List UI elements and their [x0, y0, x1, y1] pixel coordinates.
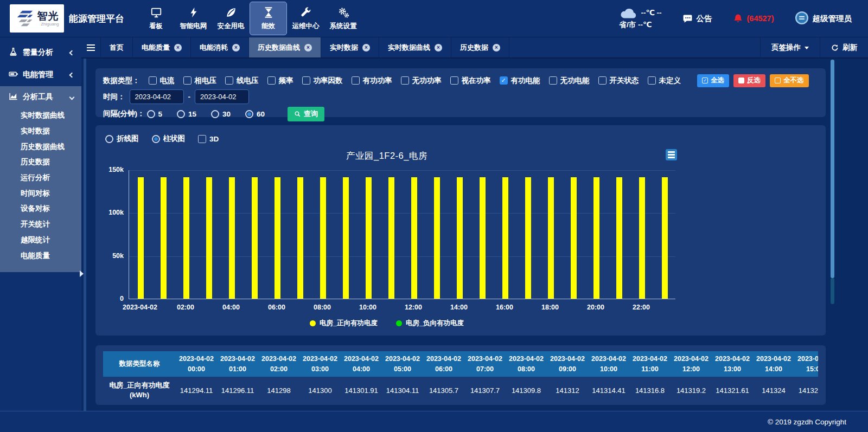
- chat-bubble-icon: [682, 14, 693, 24]
- table-header-cell: 2023-04-0205:00: [382, 354, 423, 373]
- sidebar-item-time-benchmark[interactable]: 时间对标: [0, 185, 81, 201]
- x-tick-label: 10:00: [359, 304, 376, 311]
- date-separator: -: [188, 93, 191, 101]
- nav-item-kanban[interactable]: 看板: [137, 2, 175, 35]
- table-cell: 141301.91: [341, 386, 382, 395]
- table-cell: 141316.8: [629, 386, 671, 395]
- interval-radio-60[interactable]: 60: [245, 110, 265, 118]
- datatype-checkbox-apparent-power[interactable]: 视在功率: [450, 76, 491, 86]
- datatype-checkbox-active-power[interactable]: 有功功率: [352, 76, 392, 86]
- sidebar-group-label: 电能管理: [23, 70, 53, 80]
- header-date: 2023-04-02: [423, 354, 464, 364]
- radio-icon: [105, 135, 113, 143]
- datatype-checkbox-frequency[interactable]: 频率: [267, 76, 293, 86]
- close-icon[interactable]: ×: [493, 44, 500, 51]
- scrollbar-thumb[interactable]: [831, 60, 834, 278]
- tabs: 首页电能质量×电能消耗×历史数据曲线×实时数据×实时数据曲线×历史数据×: [101, 37, 509, 57]
- interval-radio-5[interactable]: 5: [147, 110, 163, 118]
- date-to-input[interactable]: [195, 89, 249, 104]
- close-icon[interactable]: ×: [362, 44, 370, 51]
- interval-radio-30[interactable]: 30: [211, 110, 231, 118]
- close-icon[interactable]: ×: [435, 44, 442, 51]
- nav-item-ops-center[interactable]: 运维中心: [287, 2, 324, 35]
- sidebar-item-realtime-curve[interactable]: 实时数据曲线: [0, 108, 81, 124]
- close-icon[interactable]: ×: [174, 44, 182, 51]
- header-time: 14:00: [753, 364, 794, 374]
- chart-menu-icon[interactable]: [666, 149, 677, 160]
- sidebar-group-energy-management[interactable]: 电能管理: [0, 64, 81, 86]
- scrollbar-track-end: [831, 278, 834, 304]
- close-icon[interactable]: ×: [304, 44, 312, 51]
- checkbox-label: 频率: [279, 76, 293, 86]
- query-button[interactable]: 查询: [288, 107, 324, 121]
- tab-history-data[interactable]: 历史数据×: [451, 37, 509, 57]
- sidebar-item-device-benchmark[interactable]: 设备对标: [0, 201, 81, 217]
- header-date: 2023-04-02: [464, 354, 506, 364]
- sidebar-collapse-handle[interactable]: [80, 270, 84, 277]
- leaf-icon: [225, 7, 237, 18]
- datatype-checkbox-reactive-energy[interactable]: 无功电能: [549, 76, 590, 86]
- tab-operations-dropdown[interactable]: 页签操作: [760, 37, 820, 57]
- datatype-checkbox-undefined[interactable]: 未定义: [648, 76, 681, 86]
- bar-电房_正向有功电度-08:00: [320, 177, 326, 299]
- hourglass-icon: [263, 7, 275, 18]
- row-unit: (kWh): [103, 390, 176, 400]
- sidebar-item-power-quality[interactable]: 电能质量: [0, 248, 81, 263]
- checkbox-icon: [598, 76, 607, 85]
- chart-mode-3d-mode[interactable]: 3D: [198, 135, 219, 143]
- datatype-checkbox-active-energy[interactable]: ✓有功电能: [500, 76, 540, 86]
- checkbox-label: 电流: [160, 76, 175, 86]
- user-menu[interactable]: 超级管理员: [795, 11, 852, 27]
- close-icon[interactable]: ×: [232, 44, 240, 51]
- sidebar-item-history-curve[interactable]: 历史数据曲线: [0, 139, 81, 154]
- tab-realtime-data[interactable]: 实时数据×: [321, 37, 379, 57]
- notice-label: 公告: [697, 14, 712, 24]
- datatype-checkbox-reactive-power[interactable]: 无功功率: [401, 76, 442, 86]
- refresh-button[interactable]: 刷新: [820, 37, 868, 57]
- sidebar-group-analysis-tools[interactable]: 分析工具: [0, 86, 81, 108]
- datatype-label: 数据类型：: [103, 76, 140, 86]
- date-from-input[interactable]: [130, 89, 184, 104]
- y-tick-label: 150k: [95, 166, 124, 173]
- table-cell: 141294.11: [176, 386, 217, 395]
- sidebar-item-limit-stats[interactable]: 越限统计: [0, 233, 81, 248]
- tab-realtime-curve[interactable]: 实时数据曲线×: [379, 37, 451, 57]
- chart-mode-bar-mode[interactable]: 柱状图: [152, 134, 186, 144]
- alerts-button[interactable]: (64527): [733, 14, 774, 24]
- empty-box-icon: [775, 78, 781, 83]
- nav-item-energy-efficiency[interactable]: 能效: [250, 2, 287, 35]
- sidebar-item-realtime-data[interactable]: 实时数据: [0, 124, 81, 139]
- sidebar-item-operation-analysis[interactable]: 运行分析: [0, 170, 81, 186]
- datatype-checkbox-phase-voltage[interactable]: 相电压: [183, 76, 217, 86]
- datatype-checkbox-current[interactable]: 电流: [149, 76, 175, 86]
- datatype-checkbox-switch-status[interactable]: 开关状态: [598, 76, 639, 86]
- chart-mode-line-mode[interactable]: 折线图: [105, 134, 139, 144]
- notice-button[interactable]: 公告: [682, 14, 712, 24]
- datatype-checkbox-line-voltage[interactable]: 线电压: [225, 76, 259, 86]
- tab-energy-consumption[interactable]: 电能消耗×: [191, 37, 249, 57]
- legend-item[interactable]: 电房_正向有功电度: [310, 319, 378, 328]
- sidebar-group-demand-analysis[interactable]: 需量分析: [0, 42, 81, 63]
- nav-item-safe-power[interactable]: 安全用电: [212, 2, 250, 35]
- datatype-checkbox-power-factor[interactable]: 功率因数: [302, 76, 343, 86]
- tab-history-curve[interactable]: 历史数据曲线×: [249, 37, 321, 57]
- invert-selection-button[interactable]: 反选: [733, 74, 765, 87]
- tab-power-quality[interactable]: 电能质量×: [133, 37, 191, 57]
- tab-label: 电能消耗: [200, 43, 228, 53]
- select-all-button[interactable]: ✓全选: [697, 74, 729, 87]
- radio-icon: [245, 110, 253, 118]
- tab-home[interactable]: 首页: [101, 37, 133, 57]
- sidebar-item-history-data[interactable]: 历史数据: [0, 154, 81, 170]
- nav-item-smart-grid[interactable]: 智能电网: [175, 2, 212, 35]
- checkbox-icon: [267, 76, 276, 85]
- radio-label: 15: [188, 110, 196, 118]
- nav-item-system-settings[interactable]: 系统设置: [324, 2, 362, 35]
- x-tick-label: 20:00: [587, 304, 604, 311]
- legend-item[interactable]: 电房_负向有功电度: [396, 319, 464, 328]
- sidebar-item-switch-stats[interactable]: 开关统计: [0, 217, 81, 233]
- chevron-down-icon: [69, 94, 75, 100]
- header-time: 15:00: [794, 364, 818, 374]
- interval-radio-15[interactable]: 15: [177, 110, 196, 118]
- select-none-button[interactable]: 全不选: [770, 74, 809, 87]
- hamburger-menu-icon[interactable]: [81, 37, 101, 57]
